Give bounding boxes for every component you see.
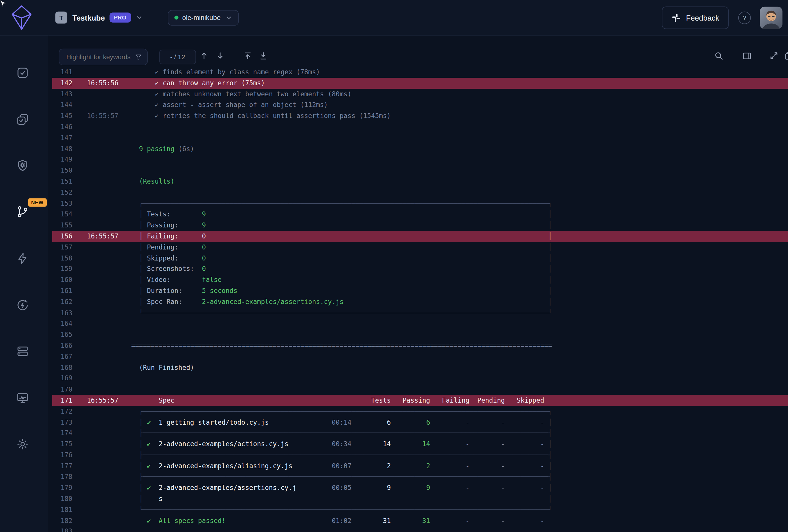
log-line[interactable]: 180 │ s │ xyxy=(52,493,788,505)
log-line[interactable]: 151 (Results) xyxy=(52,176,788,187)
line-content: ┌───────────────────────────────────────… xyxy=(131,198,552,209)
clipboard-check-icon xyxy=(16,66,29,81)
line-timestamp xyxy=(87,373,122,384)
log-line[interactable]: 172 ┌───────────────────────────────────… xyxy=(52,406,788,417)
log-line[interactable]: 176 ├───────────────────────────────────… xyxy=(52,450,788,461)
line-timestamp xyxy=(87,483,122,493)
log-line[interactable]: 141 ✓ finds element by class name regex … xyxy=(52,67,788,78)
sidebar-item-settings[interactable] xyxy=(12,434,34,456)
log-line[interactable]: 144 ✓ assert - assert shape of an object… xyxy=(52,100,788,110)
log-line[interactable]: 149 xyxy=(52,154,788,165)
org-avatar[interactable]: T xyxy=(55,12,67,24)
line-timestamp xyxy=(87,122,122,132)
log-line[interactable]: 146 xyxy=(52,122,788,132)
keyword-highlight-input[interactable] xyxy=(59,49,148,65)
feedback-label: Feedback xyxy=(686,13,719,22)
environment-chevron-down-icon xyxy=(225,14,232,21)
copy-log-icon[interactable] xyxy=(783,51,788,61)
log-line[interactable]: 159 │ Screenshots: 0 │ xyxy=(52,264,788,275)
sidebar-item-services[interactable] xyxy=(12,342,34,364)
log-line[interactable]: 173 │ ✔ 1-getting-started/todo.cy.js 00:… xyxy=(52,417,788,428)
line-number: 147 xyxy=(52,132,72,143)
user-avatar[interactable] xyxy=(760,6,783,29)
log-line[interactable]: 181 └───────────────────────────────────… xyxy=(52,505,788,515)
sidebar-item-triggers[interactable] xyxy=(12,248,34,270)
fullscreen-icon[interactable] xyxy=(769,51,779,61)
log-line[interactable]: 175 │ ✔ 2-advanced-examples/actions.cy.j… xyxy=(52,438,788,450)
log-line[interactable]: 162 │ Spec Ran: 2-advanced-examples/asse… xyxy=(52,296,788,307)
feedback-button[interactable]: Feedback xyxy=(662,6,729,29)
log-line[interactable]: 15616:55:57 │ Failing: 0 │ xyxy=(52,231,788,242)
log-line[interactable]: 164 xyxy=(52,319,788,329)
log-line[interactable]: 158 │ Skipped: 0 │ xyxy=(52,253,788,264)
log-line[interactable]: 166=====================================… xyxy=(52,340,788,351)
line-number: 172 xyxy=(52,406,72,417)
filter-funnel-icon[interactable] xyxy=(135,53,142,61)
log-line[interactable]: 154 │ Tests: 9 │ xyxy=(52,209,788,220)
line-number: 176 xyxy=(52,450,72,461)
sidebar-item-executors[interactable] xyxy=(12,156,34,178)
environment-selector[interactable]: ole-minikube xyxy=(168,10,239,25)
log-line[interactable]: 155 │ Passing: 9 │ xyxy=(52,220,788,231)
line-content: │ Tests: 9 │ xyxy=(131,209,552,220)
log-line[interactable]: 167 xyxy=(52,351,788,362)
testkube-logo-icon[interactable] xyxy=(10,5,33,31)
log-line[interactable]: 163 └───────────────────────────────────… xyxy=(52,307,788,319)
fit-width-icon[interactable] xyxy=(742,51,752,61)
line-number: 175 xyxy=(52,438,72,450)
line-number: 182 xyxy=(52,515,72,526)
sidebar-item-tests[interactable] xyxy=(12,63,34,85)
log-line[interactable]: 177 │ ✔ 2-advanced-examples/aliasing.cy.… xyxy=(52,461,788,472)
git-branch-icon xyxy=(16,205,29,221)
log-line[interactable]: 17116:55:57 Spec Tests Passing Failing P… xyxy=(52,395,788,406)
keyword-input-field[interactable] xyxy=(65,53,135,61)
line-timestamp xyxy=(87,285,122,296)
search-icon[interactable] xyxy=(714,51,724,61)
org-name[interactable]: Testkube xyxy=(72,13,105,22)
line-number: 160 xyxy=(52,275,72,286)
log-line[interactable]: 148 9 passing (6s) xyxy=(52,143,788,154)
scroll-to-top-button[interactable] xyxy=(243,51,253,61)
line-content: │ ✔ 2-advanced-examples/aliasing.cy.js 0… xyxy=(131,461,552,472)
log-line[interactable]: 169 xyxy=(52,373,788,384)
org-chevron-down-icon[interactable] xyxy=(135,14,142,21)
slack-icon xyxy=(672,13,681,22)
log-line[interactable]: 161 │ Duration: 5 seconds │ xyxy=(52,285,788,296)
line-timestamp: 16:55:57 xyxy=(87,231,122,242)
log-line[interactable]: 150 xyxy=(52,165,788,176)
log-line[interactable]: 165 xyxy=(52,329,788,340)
environment-status-dot xyxy=(174,16,178,20)
log-line[interactable]: 143 ✓ matches unknown text between two e… xyxy=(52,89,788,100)
log-line[interactable]: 182 ✔ All specs passed! 01:02 31 31 - - … xyxy=(52,515,788,526)
log-viewer-panel: - / 12 141 ✓ finds element by class name… xyxy=(48,36,788,532)
scroll-to-bottom-button[interactable] xyxy=(258,51,269,61)
help-button[interactable]: ? xyxy=(738,11,751,24)
line-timestamp xyxy=(87,253,122,264)
log-line[interactable]: 178 ├───────────────────────────────────… xyxy=(52,471,788,483)
line-number: 161 xyxy=(52,285,72,296)
sidebar-item-status-pages[interactable] xyxy=(12,388,34,410)
log-line[interactable]: 147 xyxy=(52,132,788,143)
log-line[interactable]: 157 │ Pending: 0 │ xyxy=(52,242,788,253)
log-line[interactable]: 183 xyxy=(52,526,788,532)
log-line[interactable]: 152 xyxy=(52,187,788,198)
line-timestamp xyxy=(87,515,122,526)
line-timestamp xyxy=(87,384,122,395)
line-content: └───────────────────────────────────────… xyxy=(131,307,552,319)
lightning-icon xyxy=(16,252,29,267)
log-line[interactable]: 160 │ Video: false │ xyxy=(52,275,788,286)
mouse-cursor xyxy=(0,0,7,12)
previous-match-button[interactable] xyxy=(199,51,209,61)
line-content: ========================================… xyxy=(131,340,552,351)
sidebar-item-webhooks[interactable] xyxy=(12,295,34,317)
next-match-button[interactable] xyxy=(215,51,225,61)
log-line[interactable]: 14516:55:57 ✓ retries the should callbac… xyxy=(52,110,788,122)
log-line[interactable]: 14216:55:56 ✓ can throw any error (75ms) xyxy=(52,78,788,89)
log-line[interactable]: 168 (Run Finished) xyxy=(52,362,788,373)
log-line[interactable]: 170 xyxy=(52,384,788,395)
log-line[interactable]: 179 │ ✔ 2-advanced-examples/assertions.c… xyxy=(52,483,788,493)
log-line[interactable]: 153 ┌───────────────────────────────────… xyxy=(52,198,788,209)
log-line[interactable]: 174 ├───────────────────────────────────… xyxy=(52,428,788,439)
line-content: │ Screenshots: 0 │ xyxy=(131,264,552,275)
sidebar-item-test-suites[interactable] xyxy=(12,109,34,131)
